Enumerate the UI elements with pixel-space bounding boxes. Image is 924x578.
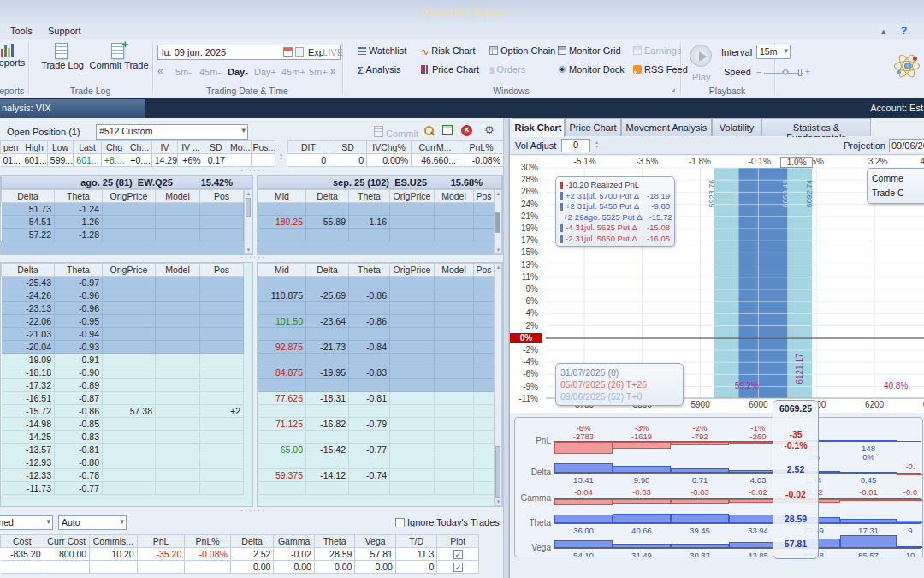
column-header[interactable]: PnL% bbox=[459, 141, 504, 154]
column-header[interactable]: Pos bbox=[474, 264, 495, 277]
splitter-grip[interactable] bbox=[238, 169, 269, 173]
vol-adjust-input[interactable]: 0 bbox=[561, 139, 590, 152]
column-header[interactable]: Model bbox=[435, 264, 474, 277]
ignore-trades-checkbox[interactable]: Ignore Today's Trades bbox=[395, 517, 500, 527]
column-header[interactable]: T/D bbox=[395, 535, 437, 548]
calendar-icon[interactable] bbox=[283, 47, 293, 57]
column-header[interactable]: Gamma bbox=[274, 535, 315, 548]
table-row[interactable]: -11.73-0.77 bbox=[2, 482, 244, 495]
gear-icon[interactable] bbox=[484, 124, 495, 135]
scrollbar[interactable] bbox=[494, 263, 502, 506]
option-chain-button[interactable]: Option Chain bbox=[489, 45, 555, 56]
column-header[interactable]: Pos bbox=[200, 190, 244, 203]
column-header[interactable]: OrigPrice bbox=[103, 190, 156, 203]
spot-price-column[interactable]: 6069.25 -35 -0.1% 2.52 -0.02 28.59 57.81 bbox=[773, 400, 819, 559]
table-row[interactable]: -25.43-0.97 bbox=[2, 277, 244, 289]
column-header[interactable]: Model bbox=[156, 190, 200, 203]
column-header[interactable]: IV ... bbox=[178, 141, 204, 154]
table-row[interactable] bbox=[258, 456, 495, 469]
trade-log-button[interactable]: Trade Log bbox=[38, 43, 87, 70]
table-row[interactable]: -23.13-0.96 bbox=[2, 302, 244, 315]
scrollbar[interactable] bbox=[494, 189, 502, 254]
table-row[interactable] bbox=[258, 203, 495, 216]
column-header[interactable]: CurrM... bbox=[412, 141, 459, 154]
table-row[interactable]: -12.33-0.78 bbox=[2, 469, 244, 482]
table-row[interactable]: -16.51-0.87 bbox=[2, 392, 244, 405]
tab-price-chart[interactable]: Price Chart bbox=[565, 118, 621, 136]
table-row[interactable]: 110.875-25.69-0.86 bbox=[258, 289, 495, 302]
splitter-grip[interactable] bbox=[238, 255, 269, 259]
table-row[interactable]: -17.32-0.89 bbox=[2, 379, 244, 392]
menu-tools[interactable]: Tools bbox=[10, 26, 33, 36]
column-header[interactable]: SD bbox=[204, 141, 228, 154]
nav-45m-plus[interactable]: 45m+ bbox=[281, 67, 305, 77]
speed-slider-marker[interactable] bbox=[798, 69, 802, 76]
column-header[interactable]: IVChg% bbox=[367, 141, 412, 154]
table-row[interactable]: 01...601...599...601...+8....+0....14.29… bbox=[1, 154, 275, 167]
table-row[interactable] bbox=[258, 229, 495, 241]
column-header[interactable]: PnL bbox=[137, 535, 185, 548]
column-header[interactable]: IV bbox=[151, 141, 177, 154]
table-row[interactable]: -13.57-0.81 bbox=[2, 444, 244, 456]
table-row[interactable]: 59.375-14.12-0.74 bbox=[258, 469, 495, 482]
monitor-dock-button[interactable]: Monitor Dock bbox=[558, 64, 625, 74]
table-row[interactable]: 101.50-23.64-0.86 bbox=[258, 315, 495, 328]
price-chart-button[interactable]: Price Chart bbox=[421, 64, 479, 74]
tab-movement-analysis[interactable]: Movement Analysis bbox=[621, 118, 712, 136]
column-header[interactable]: Pos bbox=[474, 190, 495, 203]
ribbon-collapse-icon[interactable] bbox=[881, 26, 886, 37]
table-row[interactable]: 000.00%46,660...-0.08% bbox=[288, 154, 504, 167]
table-row[interactable]: -14.25-0.83 bbox=[2, 431, 244, 444]
orders-button[interactable]: Orders bbox=[489, 64, 525, 75]
expiry-jump-icon[interactable] bbox=[295, 47, 304, 57]
speed-plus-icon[interactable]: + bbox=[805, 67, 810, 76]
help-icon[interactable] bbox=[901, 25, 907, 37]
column-header[interactable]: Commis... bbox=[90, 535, 138, 548]
column-header[interactable]: Delta bbox=[306, 190, 349, 203]
comment-box[interactable]: Comme Trade C bbox=[867, 168, 924, 204]
plot-checkbox[interactable] bbox=[453, 563, 463, 572]
watchlist-button[interactable]: Watchlist bbox=[358, 45, 406, 56]
nav-next-icon[interactable]: » bbox=[330, 65, 336, 77]
table-row[interactable]: -14.98-0.85 bbox=[2, 418, 244, 431]
position-filter-combo[interactable]: ined bbox=[0, 515, 53, 530]
table-row[interactable]: -21.03-0.94 bbox=[2, 328, 244, 341]
trade-legend[interactable]: -10.20 Realized PnL+231jul. 5700 Put Δ-1… bbox=[555, 176, 675, 247]
column-header[interactable]: Delta bbox=[230, 535, 274, 548]
comment-button[interactable]: Comme bbox=[872, 171, 924, 186]
column-header[interactable]: Theta bbox=[349, 264, 390, 277]
earnings-button[interactable]: Earnings bbox=[633, 45, 681, 56]
rss-feed-button[interactable]: RSS Feed bbox=[633, 64, 688, 74]
commit-trade-button[interactable]: Commit Trade bbox=[89, 43, 149, 70]
nav-day-plus[interactable]: Day+ bbox=[254, 67, 276, 77]
panel-splitter[interactable] bbox=[503, 118, 509, 578]
table-row[interactable]: 51.73-1.24 bbox=[2, 203, 244, 216]
column-header[interactable]: Delta bbox=[2, 264, 55, 277]
table-row[interactable]: 92.875-21.73-0.84 bbox=[258, 341, 495, 354]
plot-checkbox[interactable] bbox=[453, 550, 463, 559]
column-header[interactable]: OrigPrice bbox=[103, 264, 156, 277]
column-header[interactable]: Pos bbox=[200, 264, 244, 277]
tab-statistics[interactable]: Statistics & Fundamentals bbox=[761, 118, 871, 136]
column-header[interactable]: Mid bbox=[258, 264, 306, 277]
table-row[interactable]: -12.93-0.80 bbox=[2, 456, 244, 469]
table-row[interactable]: 0.000.000.000.000 bbox=[1, 561, 479, 574]
table-row[interactable]: -19.09-0.91 bbox=[2, 354, 244, 366]
trade-comment-button[interactable]: Trade C bbox=[872, 186, 924, 200]
monitor-grid-button[interactable]: Monitor Grid bbox=[558, 45, 621, 56]
date-legend[interactable]: 31/07/2025 (0)05/07/2025 (26) T+2609/06/… bbox=[555, 363, 684, 406]
close-position-icon[interactable] bbox=[461, 125, 472, 136]
column-header[interactable]: Model bbox=[156, 264, 200, 277]
column-header[interactable]: High bbox=[21, 141, 47, 154]
analysis-button[interactable]: Analysis bbox=[358, 64, 401, 75]
tab-analysis-vix[interactable]: nalysis: VIX bbox=[0, 99, 145, 118]
projection-date-field[interactable]: 09/06/202 bbox=[889, 139, 924, 152]
export-grid-icon[interactable] bbox=[442, 125, 453, 135]
tab-risk-chart[interactable]: Risk Chart bbox=[512, 118, 565, 137]
chain-month-header[interactable]: sep. 25 (102) ES.U25 15.68% bbox=[258, 176, 502, 189]
table-row[interactable] bbox=[258, 354, 495, 366]
interval-combo[interactable]: 15m bbox=[756, 45, 791, 59]
risk-chart-button[interactable]: Risk Chart bbox=[421, 45, 476, 57]
column-header[interactable]: Theta bbox=[349, 190, 390, 203]
column-header[interactable]: Chg bbox=[101, 141, 127, 154]
